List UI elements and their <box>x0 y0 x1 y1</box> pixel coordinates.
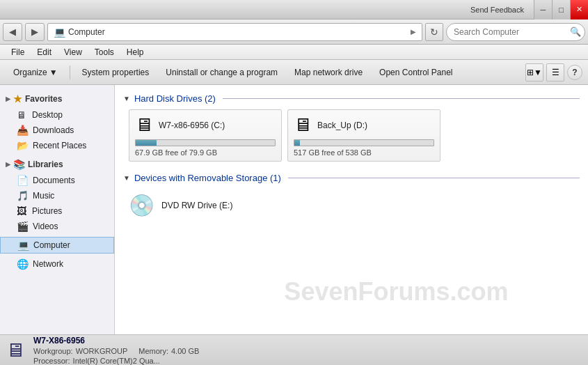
organize-label: Organize <box>13 68 47 77</box>
minimize-button[interactable]: ─ <box>534 0 552 20</box>
search-input[interactable] <box>446 23 585 41</box>
documents-icon: 📄 <box>17 175 29 186</box>
hard-disk-title: Hard Disk Drives (2) <box>134 93 216 104</box>
uninstall-button[interactable]: Uninstall or change a program <box>158 63 285 82</box>
status-computer-icon: 🖥 <box>6 339 25 362</box>
music-icon: 🎵 <box>17 190 29 201</box>
drive-c-bar-fill <box>136 140 157 146</box>
sidebar-item-computer[interactable]: 💻 Computer <box>0 237 114 254</box>
drive-c-name: W7-x86-6956 (C:) <box>159 121 225 130</box>
videos-icon: 🎬 <box>17 221 29 232</box>
content-area: ▼ Hard Disk Drives (2) 🖥 W7-x86-6956 (C:… <box>115 85 588 334</box>
sidebar-item-recent-places[interactable]: 📂 Recent Places <box>0 138 114 153</box>
downloads-icon: 📥 <box>17 125 29 136</box>
address-dropdown-arrow: ▶ <box>411 28 416 36</box>
hard-disk-section-header: ▼ Hard Disk Drives (2) <box>123 93 580 104</box>
menu-tools[interactable]: Tools <box>89 46 120 59</box>
maximize-button[interactable]: □ <box>552 0 570 20</box>
sidebar-item-desktop[interactable]: 🖥 Desktop <box>0 107 114 123</box>
processor-value: Intel(R) Core(TM)2 Qua... <box>73 357 160 365</box>
forward-button[interactable]: ▶ <box>25 23 45 41</box>
recent-places-label: Recent Places <box>33 141 86 150</box>
dvd-name: DVD RW Drive (E:) <box>161 201 232 210</box>
drive-d-name: Back_Up (D:) <box>317 121 367 130</box>
workgroup-label: Workgroup: <box>33 347 73 355</box>
libraries-header[interactable]: ▶ 📚 Libraries <box>0 156 114 173</box>
menu-bar: File Edit View Tools Help <box>0 45 588 60</box>
sidebar-item-music[interactable]: 🎵 Music <box>0 188 114 203</box>
removable-title: Devices with Removable Storage (1) <box>134 173 281 183</box>
favorites-header[interactable]: ▶ ★ Favorites <box>0 91 114 107</box>
libraries-section: ▶ 📚 Libraries 📄 Documents 🎵 Music 🖼 Pict… <box>0 156 114 234</box>
sidebar-item-network[interactable]: 🌐 Network <box>0 256 114 272</box>
drive-c-free-text: 67.9 GB free of 79.9 GB <box>135 148 276 157</box>
drives-grid: 🖥 W7-x86-6956 (C:) 67.9 GB free of 79.9 … <box>123 109 580 162</box>
menu-file[interactable]: File <box>6 46 30 59</box>
pictures-label: Pictures <box>32 206 62 216</box>
feedback-label: Send Feedback <box>466 4 528 15</box>
toolbar-right: ⊞▼ ☰ ? <box>525 63 582 81</box>
status-computer-name: W7-X86-6956 <box>33 336 199 345</box>
drive-c-top: 🖥 W7-x86-6956 (C:) <box>135 114 276 136</box>
memory-value: 4.00 GB <box>171 347 199 355</box>
system-properties-button[interactable]: System properties <box>74 63 157 82</box>
dvd-icon: 💿 <box>129 193 154 217</box>
libraries-triangle: ▶ <box>6 161 10 168</box>
drive-d-icon: 🖥 <box>294 114 312 136</box>
back-button[interactable]: ◀ <box>3 23 22 41</box>
drive-c-icon: 🖥 <box>135 114 153 136</box>
layout-button[interactable]: ☰ <box>546 63 564 81</box>
documents-label: Documents <box>33 176 75 185</box>
sidebar-item-videos[interactable]: 🎬 Videos <box>0 219 114 234</box>
map-network-button[interactable]: Map network drive <box>287 63 370 82</box>
main-layout: ▶ ★ Favorites 🖥 Desktop 📥 Downloads 📂 Re… <box>0 85 588 334</box>
status-workgroup: Workgroup: WORKGROUP <box>33 347 127 355</box>
status-info: W7-X86-6956 Workgroup: WORKGROUP Memory:… <box>33 336 199 365</box>
address-field[interactable]: 💻 Computer ▶ <box>47 23 422 41</box>
libraries-label: Libraries <box>28 160 63 169</box>
organize-arrow: ▼ <box>49 68 58 77</box>
drive-d[interactable]: 🖥 Back_Up (D:) 517 GB free of 538 GB <box>287 109 440 162</box>
downloads-label: Downloads <box>33 125 74 135</box>
refresh-button[interactable]: ↻ <box>425 23 443 41</box>
network-icon: 🌐 <box>17 258 29 270</box>
videos-label: Videos <box>33 222 58 231</box>
sidebar-item-documents[interactable]: 📄 Documents <box>0 173 114 188</box>
status-details: Workgroup: WORKGROUP Memory: 4.00 GB <box>33 347 199 355</box>
libraries-icon: 📚 <box>13 159 25 170</box>
menu-view[interactable]: View <box>58 46 88 59</box>
window-controls: ─ □ ✕ <box>534 0 588 20</box>
status-memory: Memory: 4.00 GB <box>138 347 199 355</box>
search-icon[interactable]: 🔍 <box>570 26 581 37</box>
watermark: SevenForums.com <box>284 277 508 306</box>
status-details-2: Processor: Intel(R) Core(TM)2 Qua... <box>33 357 199 365</box>
organize-button[interactable]: Organize ▼ <box>6 63 65 82</box>
removable-section-header: ▼ Devices with Removable Storage (1) <box>123 173 580 183</box>
favorites-label: Favorites <box>25 94 62 104</box>
sidebar-item-pictures[interactable]: 🖼 Pictures <box>0 203 114 219</box>
dvd-drive[interactable]: 💿 DVD RW Drive (E:) <box>123 189 262 222</box>
network-section: 🌐 Network <box>0 256 114 272</box>
drive-d-bar-container <box>294 139 434 146</box>
open-control-panel-button[interactable]: Open Control Panel <box>372 63 460 82</box>
sidebar-item-downloads[interactable]: 📥 Downloads <box>0 123 114 138</box>
menu-edit[interactable]: Edit <box>31 46 57 59</box>
desktop-icon: 🖥 <box>17 109 28 121</box>
drive-d-top: 🖥 Back_Up (D:) <box>294 114 434 136</box>
help-button[interactable]: ? <box>567 65 582 80</box>
close-button[interactable]: ✕ <box>570 0 588 20</box>
computer-section: 💻 Computer <box>0 237 114 254</box>
search-wrapper: 🔍 <box>446 23 585 41</box>
memory-label: Memory: <box>138 347 168 355</box>
menu-help[interactable]: Help <box>121 46 150 59</box>
title-bar: Send Feedback ─ □ ✕ <box>0 0 588 20</box>
address-computer-icon: 💻 <box>54 26 65 38</box>
favorites-section: ▶ ★ Favorites 🖥 Desktop 📥 Downloads 📂 Re… <box>0 91 114 153</box>
address-bar: ◀ ▶ 💻 Computer ▶ ↻ 🔍 <box>0 20 588 45</box>
drive-c[interactable]: 🖥 W7-x86-6956 (C:) 67.9 GB free of 79.9 … <box>129 109 282 162</box>
sidebar: ▶ ★ Favorites 🖥 Desktop 📥 Downloads 📂 Re… <box>0 85 115 334</box>
desktop-label: Desktop <box>32 110 63 120</box>
recent-places-icon: 📂 <box>17 140 29 151</box>
view-options-button[interactable]: ⊞▼ <box>525 63 543 81</box>
hard-disk-line <box>223 98 580 99</box>
